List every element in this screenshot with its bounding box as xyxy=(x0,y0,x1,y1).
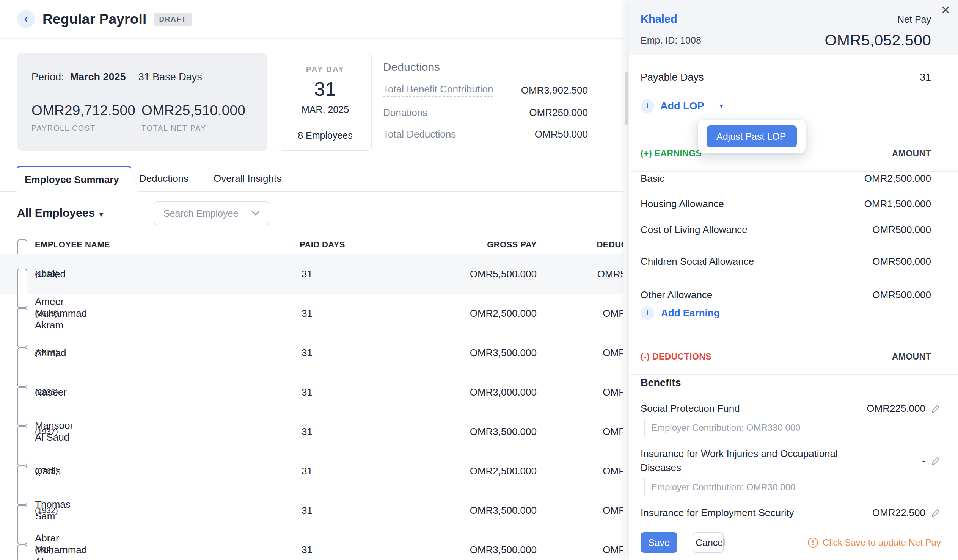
deduction-summary-row: Donations OMR250.000 xyxy=(383,107,588,119)
table-row[interactable]: Abrar Muhammad Akram(099) 31 OMR3,500.00… xyxy=(0,530,668,560)
employee-name-link[interactable]: Khaled xyxy=(641,13,677,25)
deduction-row: Social Protection Fund OMR225.000 xyxy=(629,399,958,418)
earning-row: Children Social Allowance OMR500.000 xyxy=(629,246,958,277)
net-pay-warning: ! Click Save to update Net Pay xyxy=(808,537,941,548)
employee-detail-panel: ✕ Khaled Net Pay Emp. ID: 1008 OMR5,052.… xyxy=(629,0,958,560)
employee-name-cell[interactable]: Qadis(8765) xyxy=(35,451,58,490)
search-input[interactable] xyxy=(163,208,247,219)
employee-name-cell[interactable]: Thomas Sam(1932) xyxy=(35,490,58,530)
tab-overall-insights[interactable]: Overall Insights xyxy=(214,166,281,191)
save-button[interactable]: Save xyxy=(641,532,677,553)
donations-value: OMR250.000 xyxy=(529,107,588,119)
total-benefit-contribution-label[interactable]: Total Benefit Contribution xyxy=(383,83,493,97)
col-employee-name[interactable]: EMPLOYEE NAME xyxy=(35,235,110,255)
total-net-pay-label: TOTAL NET PAY xyxy=(141,124,245,133)
total-net-pay-block: OMR25,510.000 TOTAL NET PAY xyxy=(141,103,245,133)
edit-pencil-icon[interactable] xyxy=(931,456,941,466)
deduction-value: OMR22.500 xyxy=(872,507,925,519)
caret-down-icon: ▾ xyxy=(99,210,103,218)
gross-pay-cell: OMR3,500.000 xyxy=(417,530,537,560)
page-title: Regular Payroll xyxy=(43,11,146,27)
employee-name: Ameer Muhammad Akram xyxy=(35,294,87,333)
deduction-row: Insurance for Work Injuries and Occupati… xyxy=(629,443,958,479)
col-gross-pay[interactable]: GROSS PAY xyxy=(417,235,537,255)
payday-label: PAY DAY xyxy=(279,65,371,74)
warning-text: Click Save to update Net Pay xyxy=(823,537,941,548)
period-value: March 2025 xyxy=(70,71,126,83)
back-chevron-icon: ‹ xyxy=(24,13,28,24)
add-lop-label: Add LOP xyxy=(660,100,704,112)
scrollbar-thumb[interactable] xyxy=(625,72,628,125)
earning-row: Cost of Living Allowance OMR500.000 xyxy=(629,220,958,239)
deduction-label: Insurance for Work Injuries and Occupati… xyxy=(641,447,868,475)
employee-name: Khaled xyxy=(35,254,66,294)
adjust-past-lop-button[interactable]: Adjust Past LOP xyxy=(707,125,797,147)
employee-name-cell[interactable]: Ameer Muhammad Akram(3699) xyxy=(35,294,58,333)
earning-value: OMR1,500.000 xyxy=(864,198,931,210)
deduction-label: Insurance for Employment Security xyxy=(641,506,794,520)
add-lop-button[interactable]: + Add LOP ▾ xyxy=(641,99,723,113)
panel-footer: Save Cancel ! Click Save to update Net P… xyxy=(629,525,958,560)
earning-value: OMR500.000 xyxy=(872,224,931,236)
row-checkbox[interactable] xyxy=(17,544,27,560)
table-row[interactable]: Khaled(1008) 31 OMR5,500.000 OMR50.000 xyxy=(0,254,668,294)
edit-pencil-icon[interactable] xyxy=(931,403,941,414)
earning-label: Housing Allowance xyxy=(641,197,724,211)
paid-days-cell: 31 xyxy=(301,412,312,451)
deductions-section-header: (-) DEDUCTIONS AMOUNT xyxy=(629,339,958,375)
add-earning-label: Add Earning xyxy=(661,307,720,319)
employee-name-cell[interactable]: Mansoor Al Saud(1937) xyxy=(35,412,58,451)
caret-down-icon[interactable]: ▾ xyxy=(720,102,723,110)
close-icon[interactable]: ✕ xyxy=(941,5,950,16)
earning-value: OMR500.000 xyxy=(872,256,931,267)
tab-deductions[interactable]: Deductions xyxy=(139,166,189,191)
earning-value: OMR2,500.000 xyxy=(864,173,931,185)
total-net-pay-value: OMR25,510.000 xyxy=(141,103,245,119)
employee-name-cell[interactable]: Abrar Muhammad Akram(099) xyxy=(35,530,54,560)
gross-pay-cell: OMR3,500.000 xyxy=(417,333,537,372)
employee-name: Thomas Sam xyxy=(35,490,71,530)
deduction-label: Social Protection Fund xyxy=(641,402,740,416)
all-employees-dropdown[interactable]: All Employees ▾ xyxy=(17,207,103,219)
divider xyxy=(290,123,361,123)
chevron-down-icon xyxy=(251,210,260,216)
employee-name: Ahmad xyxy=(35,333,66,372)
earning-label: Basic xyxy=(641,172,665,186)
employee-name-cell[interactable]: Khaled(1008) xyxy=(35,254,58,294)
table-row[interactable]: Ahmad(2873) 31 OMR3,500.000 OMR0.000 xyxy=(0,333,668,372)
deduction-row: Insurance for Employment Security OMR22.… xyxy=(629,503,958,522)
employee-name: Qadis xyxy=(35,451,61,490)
table-row[interactable]: Qadis(8765) 31 OMR2,500.000 OMR0.000 xyxy=(0,451,668,490)
main-scrollbar[interactable] xyxy=(623,0,629,560)
table-row[interactable]: Thomas Sam(1932) 31 OMR3,500.000 OMR0.00… xyxy=(0,490,668,530)
add-earning-button[interactable]: + Add Earning xyxy=(641,303,720,323)
total-benefit-contribution-value: OMR3,902.500 xyxy=(521,84,588,96)
gross-pay-cell: OMR3,000.000 xyxy=(417,372,537,412)
payable-days-value: 31 xyxy=(920,71,931,83)
deduction-value: - xyxy=(922,455,925,467)
table-row[interactable]: Mansoor Al Saud(1937) 31 OMR3,500.000 OM… xyxy=(0,412,668,451)
period-label: Period: xyxy=(32,71,64,83)
tab-employee-summary[interactable]: Employee Summary xyxy=(17,166,126,192)
back-button[interactable]: ‹ xyxy=(17,10,35,28)
gross-pay-cell: OMR3,500.000 xyxy=(417,412,537,451)
all-employees-label: All Employees xyxy=(17,207,95,219)
payroll-cost-block: OMR29,712.500 PAYROLL COST xyxy=(32,103,141,133)
cancel-button[interactable]: Cancel xyxy=(693,532,723,553)
total-deductions-value: OMR50.000 xyxy=(535,128,588,140)
employee-name-cell[interactable]: Ahmad(2873) xyxy=(35,333,58,372)
edit-pencil-icon[interactable] xyxy=(931,508,941,518)
employee-search[interactable] xyxy=(154,201,269,225)
net-pay-amount: OMR5,052.500 xyxy=(825,32,931,49)
lop-dropdown-popup: Adjust Past LOP xyxy=(698,120,806,153)
deduction-summary-row: Total Deductions OMR50.000 xyxy=(383,128,588,140)
table-row[interactable]: Naseer(2836) 31 OMR3,000.000 OMR0.000 xyxy=(0,372,668,412)
earning-row: Basic OMR2,500.000 xyxy=(629,169,958,188)
employee-name-cell[interactable]: Naseer(2836) xyxy=(35,372,58,412)
payroll-cost-label: PAYROLL COST xyxy=(32,124,141,133)
col-paid-days[interactable]: PAID DAYS xyxy=(300,235,345,255)
amount-column-label: AMOUNT xyxy=(892,149,931,159)
divider xyxy=(712,100,712,112)
gross-pay-cell: OMR5,500.000 xyxy=(417,254,537,294)
table-row[interactable]: Ameer Muhammad Akram(3699) 31 OMR2,500.0… xyxy=(0,294,668,333)
